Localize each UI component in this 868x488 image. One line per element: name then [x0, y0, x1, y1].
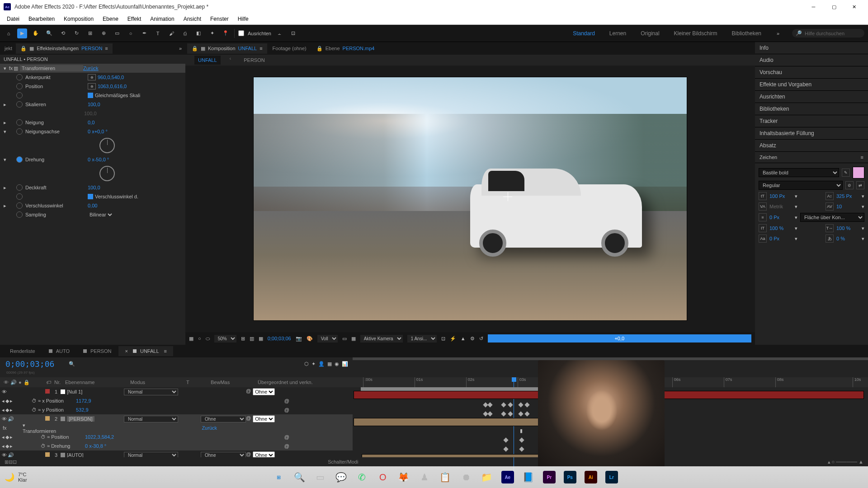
audio-column-icon[interactable]: 🔊 — [10, 380, 17, 385]
add-key-icon[interactable]: ◆ — [5, 407, 9, 413]
subtab-unfall[interactable]: UNFALL — [194, 56, 221, 65]
rectangle-tool[interactable]: ▭ — [112, 28, 122, 38]
tsume-input[interactable]: 0 % — [836, 236, 859, 241]
parent-select[interactable]: Ohne — [253, 415, 275, 422]
ellipse-tool[interactable]: ○ — [126, 28, 136, 38]
type-tool[interactable]: T — [153, 28, 163, 38]
panel-menu-icon[interactable]: ≡ — [259, 46, 262, 51]
views-select[interactable]: 1 Ansi... — [407, 335, 437, 343]
tracking-input[interactable]: 10 — [836, 204, 859, 209]
property-row[interactable]: ◂◆▸ ⏱ ≈ Position 1022,3,584,2 @ — [0, 432, 353, 441]
flowchart-icon[interactable]: ⚙ — [470, 336, 475, 342]
puppet-tool[interactable]: 📍 — [221, 28, 231, 38]
opacity-twirl[interactable]: ▸ — [2, 185, 8, 191]
layer-row-null[interactable]: 👁 1 [Null 1] Normal @Ohne — [0, 387, 353, 396]
help-search[interactable]: 🔎 Hilfe durchsuchen — [792, 29, 864, 38]
fast-preview-icon[interactable]: ⚡ — [450, 336, 456, 342]
paragraph-panel-tab[interactable]: Absatz — [755, 140, 868, 152]
current-timecode[interactable]: 0;00;03;06 — [0, 357, 60, 371]
toggle-both-icon[interactable]: ⊡ — [13, 459, 17, 465]
timeline-tab-auto[interactable]: AUTO — [42, 346, 76, 356]
skew-twirl[interactable]: ▸ — [2, 120, 8, 126]
fill-color-swatch[interactable] — [853, 167, 864, 178]
panel-menu-icon[interactable]: ≡ — [861, 155, 863, 160]
start-button[interactable]: ⊞ — [270, 468, 288, 486]
parent-select[interactable]: Ohne — [253, 388, 275, 395]
roto-tool[interactable]: ✦ — [207, 28, 217, 38]
baseline-input[interactable]: 0 Px — [769, 236, 792, 241]
toggle-switches-icon[interactable]: ⊞ — [5, 459, 9, 465]
show-snapshot-icon[interactable]: 🎨 — [307, 336, 313, 342]
effect-row[interactable]: fx ▾ Transformieren Zurück — [0, 423, 353, 432]
fx-reset-link[interactable]: Zurück — [198, 425, 217, 431]
project-tab-stub[interactable]: jekt — [2, 46, 15, 51]
opacity-value[interactable]: 100,0 — [88, 185, 100, 190]
shutter-cb-stopwatch[interactable] — [16, 193, 23, 200]
pickwhip-icon[interactable]: @ — [246, 388, 251, 395]
resolution-select[interactable]: Voll — [317, 335, 338, 343]
roi-icon[interactable]: ▭ — [342, 336, 347, 342]
workspace-original[interactable]: Original — [638, 29, 662, 38]
video-toggle-icon[interactable]: 👁 — [2, 389, 7, 394]
position-stopwatch[interactable] — [16, 83, 23, 89]
audio-panel-tab[interactable]: Audio — [755, 54, 868, 66]
premiere-icon[interactable]: Pr — [540, 468, 558, 486]
toggle-modes-icon[interactable]: ⊟ — [9, 459, 13, 465]
app-icon-2[interactable]: 📋 — [436, 468, 454, 486]
position-value[interactable]: 1063,0,616,0 — [98, 84, 127, 89]
scale-stopwatch[interactable] — [16, 101, 23, 108]
rotation-value[interactable]: 0 x-50,0 ° — [88, 157, 109, 162]
vscale-input[interactable]: 100 % — [769, 225, 792, 231]
brush-tool[interactable]: 🖌 — [166, 28, 176, 38]
parent-select[interactable]: Ohne — [253, 451, 275, 457]
pickwhip-icon[interactable]: @ — [284, 443, 289, 449]
graph-editor-icon[interactable]: 📊 — [342, 361, 348, 367]
whatsapp-icon[interactable]: ✆ — [353, 468, 371, 486]
alpha-icon[interactable]: ▦ — [189, 336, 193, 342]
audio-toggle-icon[interactable]: 🔊 — [8, 416, 14, 422]
stopwatch-icon[interactable]: ⏱ — [32, 407, 37, 413]
shutter-value[interactable]: 0,00 — [88, 203, 97, 208]
trkmat-select[interactable]: Ohne — [201, 416, 246, 422]
composition-tab[interactable]: 🔒 ▦ Komposition UNFALL ≡ — [187, 43, 267, 54]
effect-controls-tab[interactable]: 🔒 ▦ Effekteinstellungen PERSON ≡ — [16, 43, 113, 54]
hand-tool[interactable]: ✋ — [31, 28, 41, 38]
dropdown-icon[interactable]: ▾ — [862, 204, 864, 210]
menu-view[interactable]: Ansicht — [179, 14, 206, 23]
hscale-input[interactable]: 100 % — [836, 225, 859, 231]
workspace-learn[interactable]: Lernen — [607, 29, 629, 38]
camera-tool[interactable]: ⊞ — [85, 28, 95, 38]
viewer-timecode[interactable]: 0;00;03;06 — [268, 336, 291, 341]
timeline-tab-unfall[interactable]: × UNFALL ≡ — [118, 346, 173, 356]
menu-window[interactable]: Fenster — [206, 14, 233, 23]
comp-flowchart-icon[interactable]: ⬡ — [304, 361, 309, 367]
expression-icon[interactable]: ≈ — [47, 443, 50, 449]
prev-key-icon[interactable]: ◂ — [2, 443, 5, 449]
preview-panel-tab[interactable]: Vorschau — [755, 66, 868, 79]
effect-name[interactable]: Transformieren — [20, 65, 83, 71]
pixel-aspect-icon[interactable]: ⊡ — [441, 336, 445, 342]
blend-mode-select[interactable]: Normal — [124, 416, 178, 422]
video-toggle-icon[interactable]: 👁 — [2, 452, 7, 458]
transparency-icon[interactable]: ▦ — [259, 336, 263, 342]
layer-row-auto[interactable]: 👁🔊 3 [AUTO] Normal Ohne @Ohne — [0, 450, 353, 457]
workspace-standard[interactable]: Standard — [570, 29, 598, 38]
draft3d-icon[interactable]: ✦ — [311, 361, 316, 367]
blend-mode-select[interactable]: Normal — [124, 452, 178, 458]
snapshot-icon[interactable]: 📷 — [296, 336, 302, 342]
align-panel-tab[interactable]: Ausrichten — [755, 91, 868, 103]
next-key-icon[interactable]: ▸ — [10, 407, 13, 413]
illustrator-icon[interactable]: Ai — [582, 468, 600, 486]
search-button[interactable]: 🔍 — [291, 468, 309, 486]
add-key-icon[interactable]: ◆ — [5, 434, 9, 440]
panel-menu-icon[interactable]: ≡ — [105, 46, 108, 51]
timeline-tab-person[interactable]: PERSON — [77, 346, 118, 356]
stopwatch-icon[interactable]: ⏱ — [41, 434, 46, 440]
dropdown-icon[interactable]: ▾ — [862, 236, 864, 242]
motionblur-icon[interactable]: ◉ — [335, 361, 339, 367]
effects-panel-tab[interactable]: Effekte und Vorgaben — [755, 79, 868, 91]
blend-mode-select[interactable]: Normal — [124, 389, 178, 395]
prev-key-icon[interactable]: ◂ — [2, 407, 5, 413]
snap-icon[interactable]: ⫠ — [275, 28, 285, 38]
transparency-grid-icon[interactable]: ▦ — [351, 336, 356, 342]
